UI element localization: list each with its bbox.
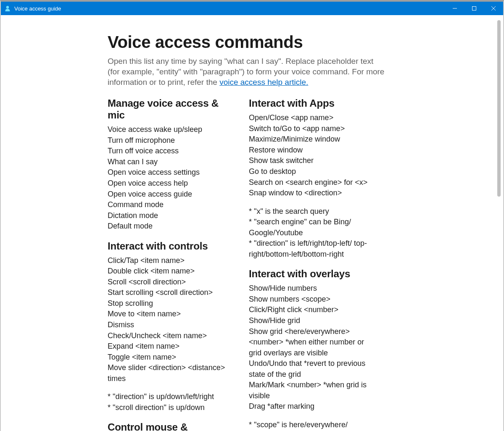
command-item: Click/Tap <item name> <box>108 255 234 266</box>
section-mouse-keyboard: Control mouse & keyboard <box>108 421 234 431</box>
command-item: Move to <item name> <box>108 309 234 320</box>
scrollbar[interactable] <box>496 17 502 431</box>
note-item: * "x" is the search query <box>249 206 375 217</box>
command-item: Show grid <here/everywhere> <box>249 326 375 337</box>
command-item: Double click <item name> <box>108 266 234 277</box>
section-manage-mic: Manage voice access & mic <box>108 97 234 121</box>
client-area: Voice access commands Open this list any… <box>2 17 502 431</box>
right-column: Interact with Apps Open/Close <app name>… <box>249 97 375 431</box>
svg-point-0 <box>6 6 9 8</box>
command-item: Switch to/Go to <app name> <box>249 124 375 134</box>
app-icon <box>4 5 11 12</box>
command-item: Toggle <item name> <box>108 352 234 363</box>
section-interact-overlays: Interact with overlays <box>249 268 375 280</box>
help-article-link[interactable]: voice access help article. <box>219 78 308 87</box>
command-item: Drag *after marking <box>249 401 375 412</box>
command-item: Show/Hide grid <box>249 315 375 326</box>
minimize-button[interactable] <box>445 2 464 15</box>
command-item: Show/Hide numbers <box>249 283 375 294</box>
command-item: Turn off voice access <box>108 146 234 157</box>
command-item: Turn off microphone <box>108 135 234 146</box>
command-item: Dictation mode <box>108 210 234 221</box>
notes: * "x" is the search query * "search engi… <box>249 206 375 260</box>
app-window: Voice access guide Voice access commands… <box>0 0 504 431</box>
command-item: Default mode <box>108 221 234 232</box>
command-item: Undo/Undo that *revert to previous state… <box>249 358 375 380</box>
command-item: Maximize/Minimize window <box>249 134 375 145</box>
command-item: Snap window to <direction> <box>249 188 375 199</box>
titlebar[interactable]: Voice access guide <box>1 2 503 15</box>
command-item: Go to desktop <box>249 166 375 177</box>
intro-paragraph: Open this list any time by saying "what … <box>108 56 385 87</box>
command-item: Stop scrolling <box>108 298 234 309</box>
maximize-button[interactable] <box>464 2 484 15</box>
note-item: * "direction" is left/right/top-left/ to… <box>249 238 375 260</box>
svg-rect-2 <box>472 7 476 11</box>
command-item: Show task switcher <box>249 155 375 166</box>
command-item: Show numbers <scope> <box>249 294 375 305</box>
command-item: Command mode <box>108 200 234 210</box>
command-item: Check/Uncheck <item name> <box>108 331 234 342</box>
command-item: Expand <item name> <box>108 341 234 352</box>
note-item: * "scope" is here/everywhere/ <box>249 420 375 431</box>
notes: * "scope" is here/everywhere/ <box>249 420 375 431</box>
command-item: Mark/Mark <number> *when grid is visible <box>249 380 375 401</box>
command-item: Scroll <scroll direction> <box>108 277 234 288</box>
note-item: * "scroll direction" is up/down <box>108 402 234 413</box>
window-controls <box>445 2 503 15</box>
command-item: Open/Close <app name> <box>249 113 375 124</box>
content: Voice access commands Open this list any… <box>2 17 494 431</box>
command-list: Voice access wake up/sleep Turn off micr… <box>108 124 234 231</box>
scrollbar-thumb[interactable] <box>497 20 501 197</box>
window-title: Voice access guide <box>14 5 61 12</box>
command-list: Click/Tap <item name> Double click <item… <box>108 255 234 384</box>
command-item: Start scrolling <scroll direction> <box>108 287 234 298</box>
command-list: Open/Close <app name> Switch to/Go to <a… <box>249 113 375 198</box>
command-item: <number> *when either number or grid ove… <box>249 337 375 358</box>
page-title: Voice access commands <box>108 33 494 52</box>
section-interact-apps: Interact with Apps <box>249 97 375 109</box>
command-item: Open voice access help <box>108 178 234 189</box>
note-item: * "direction" is up/down/left/right <box>108 392 234 402</box>
note-item: * "search engine" can be Bing/ Google/Yo… <box>249 217 375 238</box>
command-item: Move slider <direction> <distance> times <box>108 363 234 384</box>
close-button[interactable] <box>484 2 503 15</box>
command-item: Dismiss <box>108 320 234 331</box>
command-item: Restore window <box>249 145 375 156</box>
command-item: Open voice access guide <box>108 189 234 200</box>
command-list: Show/Hide numbers Show numbers <scope> C… <box>249 283 375 412</box>
command-item: Search on <search engine> for <x> <box>249 177 375 188</box>
notes: * "direction" is up/down/left/right * "s… <box>108 392 234 413</box>
command-item: What can I say <box>108 157 234 168</box>
left-column: Manage voice access & mic Voice access w… <box>108 97 234 431</box>
scroll-region: Voice access commands Open this list any… <box>2 17 494 431</box>
command-item: Voice access wake up/sleep <box>108 124 234 135</box>
command-item: Open voice access settings <box>108 167 234 178</box>
section-interact-controls: Interact with controls <box>108 240 234 252</box>
command-item: Click/Right click <number> <box>249 305 375 315</box>
